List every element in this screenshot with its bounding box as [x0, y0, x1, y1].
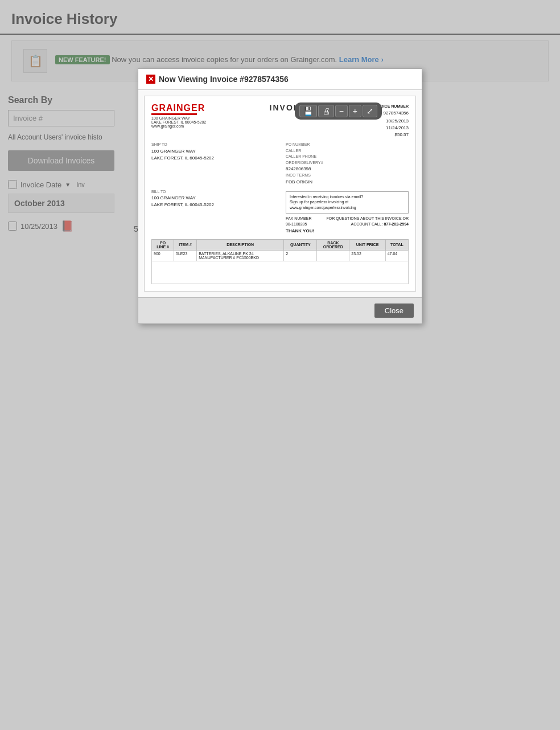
modal-body: 💾 🖨 − + ⤢ GRAINGER 100 GRAINGER WAYLAKE …	[138, 90, 422, 256]
modal-toolbar: 💾 🖨 − + ⤢	[295, 102, 382, 120]
th-item: ITEM #	[174, 239, 197, 250]
grainger-logo-text: GRAINGER	[151, 103, 206, 113]
td-po-line: 900	[152, 250, 174, 256]
th-total: TOTAL	[385, 239, 408, 250]
invoice-modal: ✕ Now Viewing Invoice #9278574356 💾 🖨 − …	[138, 68, 422, 256]
th-unit-price: UNIT PRICE	[349, 239, 385, 250]
inv-number-value: 9278574356	[384, 110, 409, 116]
order-delivery-value: 8242806398	[286, 166, 409, 173]
ship-to-col: SHIP TO 100 GRAINGER WAYLAKE FOREST, IL …	[151, 142, 274, 186]
td-item: 5LE23	[174, 250, 197, 256]
fax-label: FAX NUMBER 98-1188285	[286, 216, 317, 228]
toolbar-plus-btn[interactable]: +	[349, 105, 361, 117]
po-col: PO NUMBER CALLER CALLER PHONE ORDER/DELI…	[286, 142, 409, 186]
toolbar-minus-btn[interactable]: −	[335, 105, 348, 117]
th-description: DESCRIPTION	[197, 239, 284, 250]
inv-bill-section: BILL TO 100 GRAINGER WAYLAKE FOREST, IL …	[151, 189, 409, 235]
inco-terms-value: FOB ORIGIN	[286, 179, 409, 186]
modal-overlay: ✕ Now Viewing Invoice #9278574356 💾 🖨 − …	[0, 0, 560, 256]
order-delivery-label: ORDER/DELIVERY#	[286, 160, 409, 166]
paperless-box: Interested in receiving invoices via ema…	[286, 191, 409, 214]
toolbar-fit-btn[interactable]: ⤢	[363, 105, 377, 117]
td-quantity: 2	[284, 250, 317, 256]
thank-you-left: FAX NUMBER 98-1188285 THANK YOU!	[286, 216, 317, 235]
td-total: 47.04	[385, 250, 408, 256]
grainger-logo: GRAINGER 100 GRAINGER WAYLAKE FOREST, IL…	[151, 103, 206, 128]
grainger-address: 100 GRAINGER WAYLAKE FOREST, IL 60045-52…	[151, 116, 206, 128]
td-unit-price: 23.52	[349, 250, 385, 256]
inco-terms-label: INCO TERMS	[286, 173, 409, 179]
th-back-ordered: BACKORDERED	[317, 239, 349, 250]
inv-ship-section: SHIP TO 100 GRAINGER WAYLAKE FOREST, IL …	[151, 142, 409, 186]
table-row: 900 5LE23 BATTERIES, ALKALINE,PK 24MANUF…	[152, 250, 409, 256]
modal-title: Now Viewing Invoice #9278574356	[159, 75, 289, 84]
modal-header: ✕ Now Viewing Invoice #9278574356	[138, 69, 422, 90]
bill-to-address: 100 GRAINGER WAYLAKE FOREST, IL 60045-52…	[151, 195, 274, 208]
paperless-col: Interested in receiving invoices via ema…	[286, 189, 409, 235]
th-quantity: QUANTITY	[284, 239, 317, 250]
caller-label: CALLER	[286, 148, 409, 154]
bill-to-label: BILL TO	[151, 189, 274, 195]
thank-you-right: FOR QUESTIONS ABOUT THIS INVOICE OR ACCO…	[317, 216, 409, 235]
thank-you-label: THANK YOU!	[286, 228, 317, 235]
paperless-text: Interested in receiving invoices via ema…	[290, 194, 405, 211]
th-po-line: POLINE #	[152, 239, 174, 250]
thank-you-row: FAX NUMBER 98-1188285 THANK YOU! FOR QUE…	[286, 216, 409, 235]
invoice-preview: GRAINGER 100 GRAINGER WAYLAKE FOREST, IL…	[144, 96, 416, 256]
td-description: BATTERIES, ALKALINE,PK 24MANUFACTURER # …	[197, 250, 284, 256]
ship-to-label: SHIP TO	[151, 142, 274, 148]
bill-to-col: BILL TO 100 GRAINGER WAYLAKE FOREST, IL …	[151, 189, 274, 235]
toolbar-save-btn[interactable]: 💾	[299, 105, 317, 117]
table-header-row: POLINE # ITEM # DESCRIPTION QUANTITY BAC…	[152, 239, 409, 250]
inv-amount-due: $50.57	[374, 132, 409, 138]
po-number-label: PO NUMBER	[286, 142, 409, 148]
invoice-table: POLINE # ITEM # DESCRIPTION QUANTITY BAC…	[151, 239, 409, 256]
inv-due-date: 11/24/2013	[374, 125, 409, 132]
toolbar-print-btn[interactable]: 🖨	[318, 105, 334, 117]
ship-to-address: 100 GRAINGER WAYLAKE FOREST, IL 60045-52…	[151, 148, 274, 162]
modal-x-button[interactable]: ✕	[146, 75, 155, 84]
td-back-ordered	[317, 250, 349, 256]
caller-phone-label: CALLER PHONE	[286, 154, 409, 160]
